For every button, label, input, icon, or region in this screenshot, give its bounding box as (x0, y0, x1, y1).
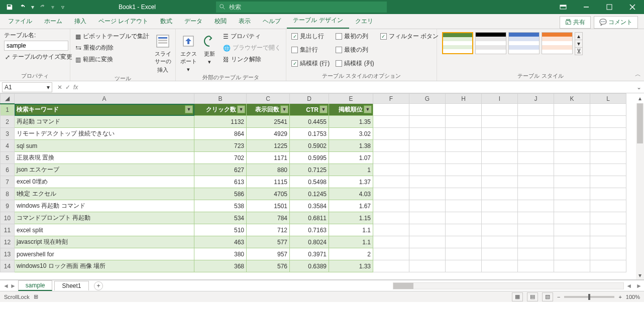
filter-button-checkbox[interactable]: フィルター ボタン (379, 31, 440, 42)
filter-dropdown-icon[interactable]: ▼ (319, 105, 328, 113)
cell[interactable]: 1171 (247, 152, 290, 164)
hscroll-left-icon[interactable]: ◄ (624, 282, 634, 289)
expand-formula-bar-icon[interactable]: ⌄ (634, 84, 644, 91)
cell[interactable]: powershell for (15, 248, 194, 260)
col-header-A[interactable]: A (15, 94, 194, 104)
qat-customize-icon[interactable]: ▿ (57, 2, 68, 13)
tab-insert[interactable]: 挿入 (68, 14, 92, 29)
cell[interactable] (518, 128, 554, 140)
maximize-icon[interactable] (598, 0, 621, 14)
header-row-checkbox[interactable]: 見出し行 (290, 31, 331, 42)
cell[interactable] (482, 224, 518, 236)
cell[interactable]: 702 (194, 152, 247, 164)
collapse-ribbon-icon[interactable]: ︿ (635, 70, 641, 79)
cell[interactable] (590, 248, 626, 260)
cell[interactable] (373, 236, 409, 248)
cell[interactable] (518, 164, 554, 176)
cell[interactable] (518, 176, 554, 188)
cell[interactable] (409, 164, 446, 176)
col-header-E[interactable]: E (329, 94, 373, 104)
scroll-down-icon[interactable]: ▾ (636, 271, 644, 279)
table-header-cell[interactable]: クリック数▼ (194, 104, 247, 116)
cell[interactable]: 0.7163 (290, 224, 329, 236)
cell[interactable]: コマンドプロンプト 再起動 (15, 212, 194, 224)
zoom-in-icon[interactable]: + (618, 294, 621, 300)
cell[interactable] (482, 164, 518, 176)
cell[interactable] (373, 176, 409, 188)
gallery-down-icon[interactable]: ▾ (575, 40, 582, 47)
cell[interactable] (373, 224, 409, 236)
cell[interactable] (409, 224, 446, 236)
last-column-checkbox[interactable]: 最後の列 (335, 45, 375, 55)
filter-dropdown-icon[interactable]: ▼ (280, 105, 288, 113)
cell[interactable]: 1115 (247, 176, 290, 188)
filter-dropdown-icon[interactable]: ▼ (237, 105, 245, 113)
insert-slicer-button[interactable]: スライサーの挿入 (154, 31, 171, 74)
cell[interactable]: 576 (247, 260, 290, 272)
cell[interactable] (518, 200, 554, 212)
tab-view[interactable]: 表示 (233, 14, 257, 29)
tab-scroll-left-icon[interactable]: ◄ (3, 282, 9, 289)
cell[interactable]: 957 (247, 248, 290, 260)
cell[interactable] (554, 200, 590, 212)
enter-formula-icon[interactable]: ✓ (65, 84, 70, 91)
cell[interactable] (446, 164, 482, 176)
cell[interactable] (446, 248, 482, 260)
cell[interactable]: 380 (194, 248, 247, 260)
cell[interactable] (554, 224, 590, 236)
cell[interactable] (446, 140, 482, 152)
cell[interactable] (373, 200, 409, 212)
filter-dropdown-icon[interactable]: ▼ (185, 105, 193, 113)
cell[interactable]: 1.38 (329, 140, 373, 152)
cell[interactable] (554, 152, 590, 164)
cell[interactable] (590, 200, 626, 212)
tab-pagelayout[interactable]: ページ レイアウト (92, 14, 154, 29)
style-blue[interactable] (508, 32, 540, 54)
formula-input[interactable] (83, 82, 634, 92)
cell[interactable] (482, 248, 518, 260)
row-header-10[interactable]: 10 (1, 212, 15, 224)
cell[interactable] (590, 104, 626, 116)
cell[interactable] (590, 140, 626, 152)
cell[interactable]: 0.5995 (290, 152, 329, 164)
cell[interactable] (409, 104, 446, 116)
cell[interactable]: t検定 エクセル (15, 188, 194, 200)
cell[interactable]: javascript 現在時刻 (15, 236, 194, 248)
new-sheet-button[interactable]: ＋ (94, 281, 103, 290)
page-break-view-icon[interactable]: ▧ (542, 292, 553, 301)
cell[interactable] (373, 164, 409, 176)
cell[interactable]: 463 (194, 236, 247, 248)
cell[interactable] (518, 260, 554, 272)
cell[interactable] (554, 104, 590, 116)
cell[interactable] (518, 248, 554, 260)
cell[interactable] (409, 128, 446, 140)
cell[interactable]: 1.35 (329, 116, 373, 128)
cell[interactable]: 534 (194, 212, 247, 224)
namebox-dropdown-icon[interactable]: ▾ (47, 84, 50, 91)
cell[interactable] (409, 248, 446, 260)
cell[interactable]: 0.5902 (290, 140, 329, 152)
col-header-K[interactable]: K (554, 94, 590, 104)
cell[interactable] (446, 176, 482, 188)
row-header-2[interactable]: 2 (1, 116, 15, 128)
undo-dropdown-icon[interactable]: ▾ (30, 2, 35, 13)
gallery-more-icon[interactable]: ⊻ (575, 47, 582, 55)
banded-rows-checkbox[interactable]: 縞模様 (行) (290, 58, 331, 69)
col-header-B[interactable]: B (194, 94, 247, 104)
share-button[interactable]: 🖆 共有 (560, 16, 590, 29)
col-header-I[interactable]: I (482, 94, 518, 104)
cell[interactable] (554, 248, 590, 260)
cell[interactable] (590, 260, 626, 272)
tab-tabledesign[interactable]: テーブル デザイン (287, 13, 349, 29)
row-header-9[interactable]: 9 (1, 200, 15, 212)
cell[interactable]: 1225 (247, 140, 290, 152)
style-black[interactable] (475, 32, 506, 54)
name-box[interactable]: A1▾ (2, 82, 52, 92)
cell[interactable] (482, 236, 518, 248)
cell[interactable] (590, 224, 626, 236)
cell[interactable] (409, 152, 446, 164)
cell[interactable] (446, 224, 482, 236)
cell[interactable] (554, 188, 590, 200)
cell[interactable]: 4.03 (329, 188, 373, 200)
cell[interactable] (518, 152, 554, 164)
